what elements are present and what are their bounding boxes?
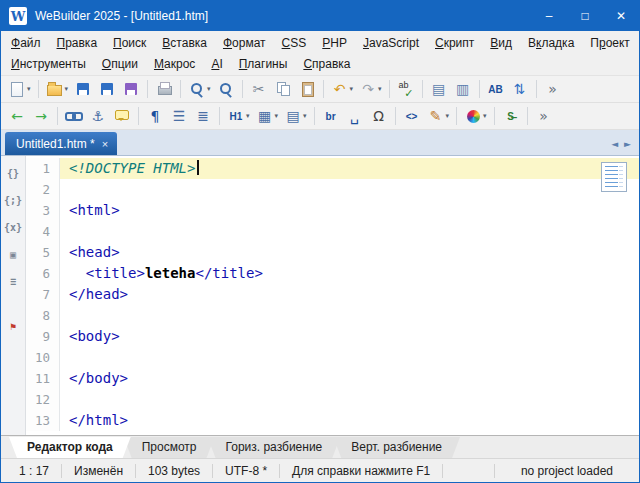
code-line[interactable]: 1<!DOCTYPE HTML> <box>26 158 639 179</box>
status-cell-4: Для справки нажмите F1 <box>280 464 443 478</box>
menu-item-0-2[interactable]: Поиск <box>105 34 154 52</box>
code-line[interactable]: 11</body> <box>26 368 639 389</box>
code-line[interactable]: 7</head> <box>26 284 639 305</box>
close-button[interactable]: ✕ <box>603 1 639 31</box>
line-number: 6 <box>26 263 60 284</box>
code-line[interactable]: 13</html> <box>26 410 639 431</box>
view-tab-3[interactable]: Верт. разбиение <box>333 437 460 458</box>
code-line[interactable]: 4 <box>26 221 639 242</box>
menu-item-0-3[interactable]: Вставка <box>154 34 215 52</box>
paragraph-button[interactable]: ¶ <box>144 105 166 128</box>
code-line[interactable]: 8 <box>26 305 639 326</box>
save-all-button[interactable] <box>96 78 118 101</box>
view-tab-0[interactable]: Редактор кода <box>9 437 131 458</box>
comment-button[interactable] <box>111 105 133 128</box>
print-button[interactable] <box>153 78 175 101</box>
paste-button[interactable] <box>296 78 318 101</box>
code-line[interactable]: 5<head> <box>26 242 639 263</box>
split-view-button[interactable]: ▥ <box>452 78 474 101</box>
menu-item-0-6[interactable]: PHP <box>314 34 355 52</box>
menu-item-1-4[interactable]: Плагины <box>231 55 296 73</box>
panel-code-snippets-icon[interactable]: {} <box>3 164 23 182</box>
maximize-button[interactable]: □ <box>567 1 603 31</box>
toolbar-overflow-button[interactable]: » <box>533 105 555 128</box>
title-bar[interactable]: W WeBuilder 2025 - [Untitled1.htm] – □ ✕ <box>1 1 639 31</box>
menu-item-0-7[interactable]: JavaScript <box>355 34 427 52</box>
find-button[interactable]: ▾ <box>186 78 213 101</box>
toolbar-separator <box>395 107 396 125</box>
hyperlink-button[interactable] <box>63 105 85 128</box>
find-in-files-button[interactable] <box>215 78 237 101</box>
div-block-button[interactable]: ▤▾ <box>282 105 309 128</box>
tab-scroll-left-button[interactable]: ◄ <box>611 139 618 149</box>
heading-button[interactable]: H1▾ <box>225 105 252 128</box>
menu-item-0-0[interactable]: Файл <box>3 34 49 52</box>
code-editor[interactable]: 1<!DOCTYPE HTML>23<html>45<head>6 <title… <box>26 156 639 435</box>
menu-item-1-2[interactable]: Макрос <box>146 55 203 73</box>
menu-item-0-8[interactable]: Скрипт <box>427 34 482 52</box>
special-character-button[interactable]: Ω <box>368 105 390 128</box>
color-picker-button[interactable]: ▾ <box>462 105 489 128</box>
undo-button[interactable]: ↶▾ <box>329 78 356 101</box>
tab-scroll-right-button[interactable]: ► <box>624 139 631 149</box>
code-line[interactable]: 10 <box>26 347 639 368</box>
anchor-button[interactable]: ⚓ <box>87 105 109 128</box>
menu-item-1-1[interactable]: Опции <box>94 55 146 73</box>
numbered-list-button[interactable]: ≣ <box>192 105 214 128</box>
sort-lines-icon: ⇅ <box>511 80 529 98</box>
panel-code-clips-icon[interactable]: {x} <box>3 218 23 236</box>
view-tab-1[interactable]: Просмотр <box>124 437 215 458</box>
menu-item-0-10[interactable]: Вкладка <box>520 34 582 52</box>
navigate-back-button[interactable]: ← <box>6 105 28 128</box>
code-explorer-button[interactable]: ▤ <box>428 78 450 101</box>
bullet-list-button[interactable]: ☰ <box>168 105 190 128</box>
table-button[interactable]: ▦▾ <box>254 105 281 128</box>
code-line[interactable]: 12 <box>26 389 639 410</box>
view-tab-2[interactable]: Гориз. разбиение <box>208 437 341 458</box>
redo-button[interactable]: ↷▾ <box>357 78 384 101</box>
panel-validation-icon[interactable]: ⚑ <box>3 317 23 335</box>
panel-file-explorer-icon[interactable]: ≡ <box>3 272 23 290</box>
panel-clipboard-icon[interactable]: ▣ <box>3 245 23 263</box>
character-case-button[interactable]: AB <box>485 78 507 101</box>
spell-check-button[interactable] <box>395 78 417 101</box>
style-tool-button[interactable]: S̶ <box>500 105 522 128</box>
menu-item-0-4[interactable]: Формат <box>215 34 274 52</box>
save-button[interactable] <box>72 78 94 101</box>
menu-item-0-11[interactable]: Проект <box>582 34 638 52</box>
highlighter-button[interactable]: ✎▾ <box>425 105 452 128</box>
code-line[interactable]: 9<body> <box>26 326 639 347</box>
new-file-button[interactable]: ▾ <box>6 78 33 101</box>
menu-item-1-0[interactable]: Инструменты <box>3 55 94 73</box>
line-break-button[interactable]: br <box>320 105 342 128</box>
navigate-forward-icon: → <box>32 107 50 125</box>
sort-lines-button[interactable]: ⇅ <box>509 78 531 101</box>
code-line[interactable]: 2 <box>26 179 639 200</box>
insert-tag-button[interactable]: <> <box>401 105 423 128</box>
copy-button[interactable] <box>272 78 294 101</box>
line-number: 12 <box>26 389 60 410</box>
panel-code-inspector-icon[interactable]: {;} <box>3 191 23 209</box>
toolbar-separator <box>314 107 315 125</box>
toolbar-separator <box>536 80 537 98</box>
code-line[interactable]: 6 <title>leteha</title> <box>26 263 639 284</box>
non-breaking-space-button[interactable]: ␣ <box>344 105 366 128</box>
copy-icon <box>274 80 292 98</box>
code-line[interactable]: 3<html> <box>26 200 639 221</box>
menu-item-1-3[interactable]: AI <box>203 55 230 73</box>
menu-item-0-1[interactable]: Правка <box>49 34 106 52</box>
document-map[interactable] <box>601 162 627 192</box>
minimize-button[interactable]: – <box>531 1 567 31</box>
menu-item-0-5[interactable]: CSS <box>274 34 315 52</box>
tab-close-icon[interactable]: × <box>102 138 108 150</box>
save-as-button[interactable] <box>120 78 142 101</box>
menu-item-1-5[interactable]: Справка <box>295 55 358 73</box>
save-all-icon <box>98 80 116 98</box>
document-tab[interactable]: Untitled1.htm *× <box>5 132 117 155</box>
code-text: <!DOCTYPE HTML> <box>60 158 639 179</box>
cut-button[interactable]: ✂ <box>248 78 270 101</box>
open-file-button[interactable]: ▾ <box>44 78 71 101</box>
menu-item-0-9[interactable]: Вид <box>482 34 520 52</box>
toolbar-overflow-button[interactable]: » <box>542 78 564 101</box>
navigate-forward-button[interactable]: → <box>30 105 52 128</box>
